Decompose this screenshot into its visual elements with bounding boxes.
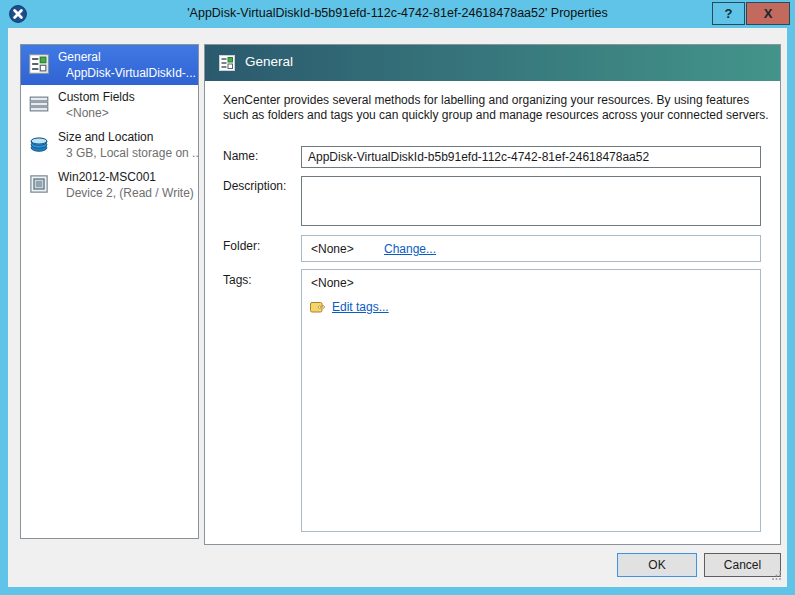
- name-input[interactable]: [301, 146, 761, 168]
- panel-header: General: [205, 45, 780, 81]
- general-panel: General XenCenter provides several metho…: [204, 44, 781, 545]
- folder-change-link[interactable]: Change...: [384, 242, 436, 256]
- intro-line-2: such as folders and tags you can quickly…: [223, 108, 771, 123]
- sidebar-item-general[interactable]: General AppDisk-VirtualDiskId-...: [21, 45, 198, 85]
- sidebar-item-custom-fields[interactable]: Custom Fields <None>: [21, 85, 198, 125]
- custom-fields-icon: [29, 94, 49, 114]
- dialog-content: General AppDisk-VirtualDiskId-... Custom…: [8, 28, 787, 587]
- sidebar-item-label: General: [58, 50, 101, 64]
- intro-text: XenCenter provides several methods for l…: [223, 93, 771, 123]
- titlebar[interactable]: 'AppDisk-VirtualDiskId-b5b91efd-112c-474…: [0, 0, 795, 28]
- close-button[interactable]: X: [746, 2, 790, 25]
- folder-box: <None> Change...: [301, 235, 761, 262]
- ok-button[interactable]: OK: [617, 553, 697, 577]
- sidebar-item-label: Custom Fields: [58, 90, 135, 104]
- intro-line-1: XenCenter provides several methods for l…: [223, 93, 771, 108]
- description-label: Description:: [223, 179, 286, 193]
- folder-label: Folder:: [223, 239, 260, 253]
- edit-tags-link[interactable]: Edit tags...: [332, 300, 389, 314]
- tag-icon: [310, 301, 327, 314]
- vm-icon: [29, 174, 49, 194]
- disk-icon: [29, 134, 49, 154]
- sidebar-item-label: Size and Location: [58, 130, 153, 144]
- window-title: 'AppDisk-VirtualDiskId-b5b91efd-112c-474…: [0, 0, 795, 28]
- name-label: Name:: [223, 149, 258, 163]
- help-button[interactable]: ?: [712, 2, 745, 25]
- panel-title: General: [245, 54, 293, 69]
- sidebar-item-vm[interactable]: Win2012-MSC001 Device 2, (Read / Write): [21, 165, 198, 205]
- description-textarea[interactable]: [301, 176, 761, 226]
- sidebar-item-sublabel: AppDisk-VirtualDiskId-...: [66, 66, 196, 80]
- resize-grip-icon[interactable]: [772, 569, 782, 579]
- sidebar: General AppDisk-VirtualDiskId-... Custom…: [20, 44, 199, 539]
- general-icon: [29, 54, 49, 74]
- sidebar-item-size-location[interactable]: Size and Location 3 GB, Local storage on…: [21, 125, 198, 165]
- folder-value: <None>: [311, 242, 354, 256]
- general-header-icon: [219, 55, 235, 71]
- tags-value: <None>: [311, 276, 354, 290]
- sidebar-item-label: Win2012-MSC001: [58, 170, 156, 184]
- tags-label: Tags:: [223, 273, 252, 287]
- sidebar-item-sublabel: 3 GB, Local storage on ...: [66, 146, 199, 160]
- properties-dialog: 'AppDisk-VirtualDiskId-b5b91efd-112c-474…: [0, 0, 795, 595]
- tags-box: <None> Edit tags...: [301, 269, 761, 532]
- sidebar-item-sublabel: Device 2, (Read / Write): [66, 186, 194, 200]
- sidebar-item-sublabel: <None>: [66, 106, 109, 120]
- cancel-button[interactable]: Cancel: [704, 553, 781, 577]
